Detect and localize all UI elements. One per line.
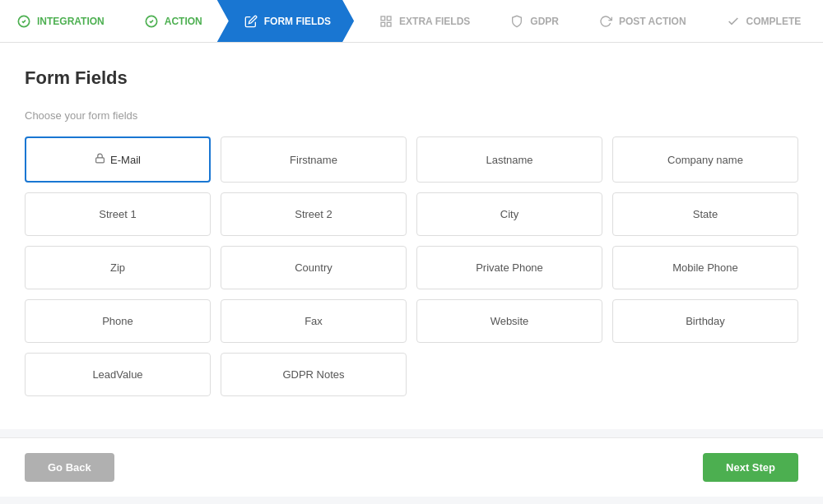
field-label-fax: Fax [305,315,323,327]
step-gdpr-label: GDPR [530,16,559,27]
stepper: INTEGRATION ACTION FORM FIELDS EXTRA FIE… [0,0,823,43]
next-step-button[interactable]: Next Step [703,453,798,482]
field-item-state[interactable]: State [612,192,798,236]
svg-rect-2 [381,16,385,21]
field-item-street2[interactable]: Street 2 [221,192,407,236]
step-gdpr[interactable]: GDPR [485,0,574,42]
field-item-birthday[interactable]: Birthday [612,299,798,343]
field-label-state: State [693,208,718,220]
field-label-mobile_phone: Mobile Phone [672,261,738,274]
step-form-fields-label: FORM FIELDS [264,16,331,27]
check-circle-icon [16,14,31,29]
field-label-street2: Street 2 [295,208,332,220]
field-label-leadvalue: LeadValue [92,368,142,381]
field-label-email: E-Mail [110,154,141,166]
step-action-label: ACTION [165,16,202,27]
svg-rect-3 [387,16,391,21]
field-label-company_name: Company name [667,154,743,166]
svg-rect-6 [96,158,105,163]
grid-icon [379,14,393,29]
page-title: Form Fields [25,67,798,89]
refresh-icon [598,14,613,29]
step-form-fields[interactable]: FORM FIELDS [217,0,354,42]
field-item-street1[interactable]: Street 1 [25,192,211,236]
field-label-birthday: Birthday [686,315,725,327]
edit-icon [244,14,258,29]
step-extra-fields-label: EXTRA FIELDS [399,16,470,27]
step-post-action[interactable]: POST ACTION [574,0,701,42]
step-post-action-label: POST ACTION [619,16,686,27]
field-item-private_phone[interactable]: Private Phone [416,246,602,289]
step-complete[interactable]: COMPLETE [701,0,816,42]
svg-rect-4 [381,22,385,26]
main-content: Form Fields Choose your form fields E-Ma… [0,43,823,429]
field-item-country[interactable]: Country [221,246,407,289]
check-icon [726,14,741,29]
field-item-gdpr_notes[interactable]: GDPR Notes [221,353,407,396]
field-item-firstname[interactable]: Firstname [221,136,407,183]
field-label-website: Website [491,315,529,327]
shield-icon [509,14,524,29]
go-back-button[interactable]: Go Back [25,453,114,482]
field-item-phone[interactable]: Phone [25,299,211,343]
field-item-fax[interactable]: Fax [221,299,407,343]
field-item-mobile_phone[interactable]: Mobile Phone [612,246,798,289]
field-item-company_name[interactable]: Company name [612,136,798,183]
step-extra-fields[interactable]: EXTRA FIELDS [354,0,485,42]
lock-icon [95,153,105,166]
section-label: Choose your form fields [25,109,798,122]
field-item-city[interactable]: City [416,192,602,236]
field-label-private_phone: Private Phone [476,261,543,274]
field-label-firstname: Firstname [290,154,337,166]
step-action[interactable]: ACTION [119,0,217,42]
field-label-lastname: Lastname [486,154,532,166]
field-item-zip[interactable]: Zip [25,246,211,289]
footer: Go Back Next Step [0,437,823,497]
field-item-website[interactable]: Website [416,299,602,343]
fields-grid: E-MailFirstnameLastnameCompany nameStree… [25,136,798,396]
step-integration-label: INTEGRATION [37,16,105,27]
step-integration[interactable]: INTEGRATION [0,0,119,42]
field-label-phone: Phone [102,315,133,327]
field-label-street1: Street 1 [99,208,137,220]
field-item-lastname[interactable]: Lastname [416,136,602,183]
step-complete-label: COMPLETE [746,16,802,27]
check-circle-icon-2 [144,14,159,29]
svg-rect-5 [387,22,391,26]
field-label-city: City [500,208,518,220]
field-item-leadvalue[interactable]: LeadValue [25,353,211,396]
field-item-email[interactable]: E-Mail [25,136,211,183]
field-label-country: Country [295,261,332,274]
field-label-zip: Zip [110,261,125,274]
field-label-gdpr_notes: GDPR Notes [282,368,344,381]
